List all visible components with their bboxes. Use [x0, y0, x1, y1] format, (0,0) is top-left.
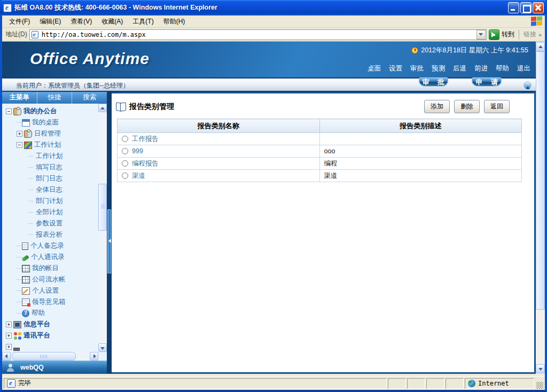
- row-radio[interactable]: [122, 148, 128, 154]
- menu-edit[interactable]: 编辑(E): [35, 15, 66, 28]
- collapse-header-button[interactable]: [523, 81, 532, 89]
- action-buttons: 审 批 申 请: [419, 76, 502, 88]
- zone-text: Internet: [478, 380, 509, 387]
- scroll-right-button[interactable]: [90, 352, 98, 360]
- scroll-up-button[interactable]: [536, 42, 545, 51]
- close-button[interactable]: [533, 2, 544, 13]
- tree-item-dept-plan[interactable]: 部门计划: [5, 195, 107, 207]
- expand-icon[interactable]: [17, 131, 22, 137]
- memo-icon: [22, 242, 28, 250]
- delete-button[interactable]: 删除: [454, 100, 480, 113]
- tree-item-my-office[interactable]: 我的办公台: [5, 106, 107, 117]
- links-label[interactable]: 链接: [523, 30, 536, 39]
- table-grid-icon: [22, 276, 30, 284]
- status-pane: [388, 378, 406, 389]
- page-title: 报告类别管理: [129, 102, 174, 112]
- address-input[interactable]: [41, 30, 476, 39]
- tree-item-work-plan[interactable]: 工作计划: [5, 139, 107, 151]
- minimize-button[interactable]: [508, 2, 519, 13]
- tree-vertical-scrollbar[interactable]: [98, 104, 107, 352]
- apply-tab-button[interactable]: 申 请: [472, 76, 502, 88]
- tree-item-info-platform[interactable]: 信息平台: [5, 319, 107, 330]
- tree-item-personal-settings[interactable]: 个人设置: [5, 285, 107, 296]
- scroll-left-button[interactable]: [2, 352, 11, 360]
- back-button[interactable]: 返回: [484, 100, 510, 113]
- tree-item-all-log[interactable]: 全体日志: [5, 184, 107, 195]
- row-radio[interactable]: [122, 173, 128, 179]
- collapse-icon[interactable]: [17, 142, 22, 148]
- menu-help[interactable]: 帮助(H): [159, 15, 190, 28]
- nav-desktop[interactable]: 桌面: [368, 64, 381, 73]
- tree-item-help[interactable]: 帮助: [5, 308, 107, 319]
- menu-tools[interactable]: 工具(T): [128, 15, 158, 28]
- nav-approve[interactable]: 审批: [410, 64, 424, 73]
- scroll-down-button[interactable]: [98, 343, 107, 352]
- open-book-icon: [116, 103, 126, 111]
- menu-favorites[interactable]: 收藏(A): [97, 15, 128, 28]
- scroll-up-button[interactable]: [98, 104, 107, 112]
- scroll-thumb[interactable]: [98, 184, 107, 231]
- expand-icon[interactable]: [6, 333, 12, 339]
- tree-item-fill-log[interactable]: 填写日志: [5, 162, 107, 173]
- go-label[interactable]: 转到: [502, 30, 514, 39]
- nav-logout[interactable]: 退出: [517, 64, 530, 73]
- tree-item-dept-log[interactable]: 部门日志: [5, 173, 107, 184]
- tree-item-my-accounts[interactable]: 我的帐目: [5, 263, 107, 274]
- tree-item-personal-contacts[interactable]: 个人通讯录: [5, 252, 107, 263]
- add-button[interactable]: 添加: [424, 100, 450, 113]
- approve-tab-button[interactable]: 审 批: [419, 76, 449, 88]
- tree-item-comm-platform[interactable]: 通讯平台: [5, 330, 107, 341]
- title-bar: 拓维 OA8.00 技术热线: 400-666-0063 - Windows I…: [0, 0, 547, 15]
- expand-icon[interactable]: [6, 344, 12, 350]
- tree-item-all-plan[interactable]: 全部计划: [5, 207, 107, 218]
- maximize-button[interactable]: [520, 2, 532, 13]
- tree-item-schedule-management[interactable]: 日程管理: [5, 128, 107, 139]
- row-radio[interactable]: [122, 136, 128, 142]
- sidebar-splitter[interactable]: [107, 92, 112, 374]
- nav-forecast[interactable]: 预测: [432, 64, 445, 73]
- tree-item-personal-memo[interactable]: 个人备忘录: [5, 240, 107, 252]
- menu-view[interactable]: 查看(V): [66, 15, 97, 28]
- scroll-thumb[interactable]: [536, 51, 545, 310]
- page-vertical-scrollbar[interactable]: [536, 42, 545, 374]
- nav-help[interactable]: 帮助: [496, 64, 509, 73]
- computer-icon: [13, 321, 21, 328]
- collapse-sidebar-handle[interactable]: [107, 209, 111, 273]
- nav-settings[interactable]: 设置: [389, 64, 402, 73]
- resize-grip[interactable]: [536, 382, 543, 389]
- category-name-link[interactable]: 渠道: [132, 172, 145, 179]
- go-button[interactable]: [489, 29, 499, 40]
- desktop-icon: [22, 119, 30, 127]
- menu-file[interactable]: 文件(F): [4, 15, 35, 28]
- sidebar: 主菜单 快捷 搜索 我的办公台 我的桌面: [2, 92, 107, 374]
- nav-forward[interactable]: 前进: [474, 64, 488, 73]
- user-bar: 当前用户：系统管理员（集团--总经理） 审 批 申 请: [2, 77, 536, 92]
- workspace: 主菜单 快捷 搜索 我的办公台 我的桌面: [2, 92, 536, 374]
- row-radio[interactable]: [122, 160, 128, 167]
- scroll-down-button[interactable]: [536, 364, 545, 373]
- address-dropdown-button[interactable]: [476, 30, 486, 40]
- webqq-bar[interactable]: webQQ: [2, 360, 107, 374]
- top-nav: 桌面 设置 审批 预测 后退 前进 帮助 退出: [368, 64, 530, 73]
- category-name-link[interactable]: 工作报告: [132, 135, 159, 143]
- tab-main-menu[interactable]: 主菜单: [2, 92, 37, 104]
- links-chevron-icon[interactable]: »: [538, 32, 541, 38]
- windows-logo-icon: [531, 16, 543, 27]
- scroll-thumb[interactable]: [12, 352, 76, 360]
- expand-icon[interactable]: [6, 322, 12, 327]
- tree-item-work-plan-sub[interactable]: 工作计划: [5, 151, 107, 162]
- tree-horizontal-scrollbar[interactable]: [2, 352, 98, 360]
- tree-item-report-analysis[interactable]: 报表分析: [5, 229, 107, 240]
- tree-item-leader-mailbox[interactable]: 领导意见箱: [5, 296, 107, 308]
- tree-item-company-ledger[interactable]: 公司流水帐: [5, 274, 107, 285]
- tree-item-my-desktop[interactable]: 我的桌面: [5, 117, 107, 128]
- content-buttons: 添加 删除 返回: [424, 100, 510, 113]
- tab-shortcuts[interactable]: 快捷: [37, 92, 73, 104]
- tree-item-partial[interactable]: [5, 341, 107, 352]
- tree-item-param-settings[interactable]: 参数设置: [5, 218, 107, 229]
- collapse-icon[interactable]: [6, 108, 12, 114]
- category-name-link[interactable]: 编程报告: [132, 160, 159, 167]
- nav-back[interactable]: 后退: [453, 64, 466, 73]
- tab-search[interactable]: 搜索: [72, 92, 107, 104]
- category-name-link[interactable]: 999: [132, 147, 143, 155]
